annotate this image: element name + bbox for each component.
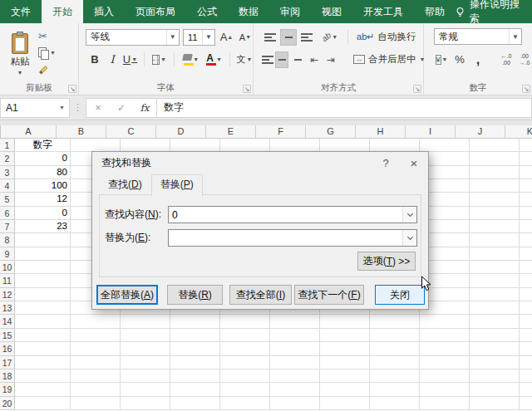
increase-indent-button[interactable]: ⇥: [323, 51, 338, 68]
copy-button[interactable]: ▼: [38, 46, 56, 59]
insert-function-button[interactable]: fx: [133, 102, 156, 114]
cell-D19[interactable]: [170, 383, 220, 396]
cell-F16[interactable]: [270, 342, 320, 355]
row-header-17[interactable]: 17: [0, 356, 15, 369]
cell-G1[interactable]: [320, 139, 370, 152]
align-middle-button[interactable]: [280, 29, 297, 46]
cell-G19[interactable]: [320, 383, 370, 396]
menu-tab-6[interactable]: 审阅: [269, 0, 311, 23]
row-header-5[interactable]: 5: [0, 193, 15, 206]
menu-tab-9[interactable]: 帮助: [414, 0, 456, 23]
find-what-input[interactable]: 0: [168, 206, 417, 223]
column-header-H[interactable]: H: [356, 125, 406, 139]
cell-H15[interactable]: [370, 329, 420, 342]
cell-D16[interactable]: [170, 342, 220, 355]
cell-A14[interactable]: [15, 315, 71, 328]
increase-font-size-button[interactable]: A▲: [219, 28, 234, 46]
cell-A11[interactable]: [15, 274, 71, 287]
cell-B14[interactable]: [71, 315, 121, 328]
replace-with-input[interactable]: [168, 229, 417, 247]
row-header-20[interactable]: 20: [0, 397, 15, 410]
dialog-help-button[interactable]: ?: [372, 152, 400, 174]
orientation-button[interactable]: ab▼: [320, 28, 339, 46]
cancel-button[interactable]: ×: [86, 102, 110, 114]
column-header-B[interactable]: B: [57, 125, 106, 139]
cell-A8[interactable]: [15, 233, 71, 247]
fill-color-button[interactable]: ▼: [180, 51, 201, 68]
cell-H1[interactable]: [370, 139, 420, 152]
cell-A20[interactable]: [15, 397, 71, 410]
cell-J10[interactable]: [470, 261, 520, 274]
cell-A6[interactable]: 0: [15, 207, 71, 220]
paste-button[interactable]: 粘贴 ▼: [5, 27, 35, 81]
cell-A10[interactable]: [15, 261, 71, 274]
cell-K14[interactable]: [520, 315, 532, 328]
row-header-11[interactable]: 11: [0, 274, 15, 287]
cell-B17[interactable]: [71, 356, 121, 369]
cell-A15[interactable]: [15, 329, 71, 342]
column-header-C[interactable]: C: [106, 125, 156, 139]
column-header-G[interactable]: G: [306, 125, 356, 139]
cell-K5[interactable]: [520, 193, 532, 206]
replace-all-button[interactable]: 全部替换(A): [96, 285, 158, 305]
cell-E20[interactable]: [220, 397, 270, 410]
cell-J13[interactable]: [470, 301, 520, 315]
name-box[interactable]: A1 ▼: [0, 98, 70, 118]
underline-button[interactable]: U▼: [122, 51, 138, 68]
wrap-text-button[interactable]: ab↵ 自动换行: [353, 28, 419, 46]
row-header-15[interactable]: 15: [0, 329, 15, 342]
cell-C18[interactable]: [121, 369, 170, 383]
cell-G18[interactable]: [320, 369, 370, 383]
find-what-dropdown-icon[interactable]: [402, 207, 416, 223]
row-header-1[interactable]: 1: [0, 139, 15, 152]
column-header-E[interactable]: E: [206, 125, 256, 139]
column-header-A[interactable]: A: [1, 125, 57, 139]
cell-H16[interactable]: [370, 342, 420, 355]
cell-J9[interactable]: [470, 247, 520, 261]
font-color-button[interactable]: A ▼: [203, 51, 224, 68]
cell-J3[interactable]: [470, 166, 520, 179]
merge-center-button[interactable]: ↔ 合并后居中 ▼: [350, 51, 428, 68]
cell-D14[interactable]: [170, 315, 220, 328]
cell-K4[interactable]: [520, 179, 532, 193]
cell-B19[interactable]: [71, 383, 121, 396]
cell-G17[interactable]: [320, 356, 370, 369]
font-name-select[interactable]: 等线 ▼: [86, 29, 180, 46]
cell-I17[interactable]: [420, 356, 470, 369]
cell-J16[interactable]: [470, 342, 520, 355]
row-header-9[interactable]: 9: [0, 247, 15, 261]
row-header-12[interactable]: 12: [0, 288, 15, 301]
cell-K8[interactable]: [520, 233, 532, 247]
cell-K10[interactable]: [520, 261, 532, 274]
cell-A1[interactable]: 数字: [15, 139, 71, 152]
formula-input[interactable]: 数字: [157, 98, 532, 118]
cell-C19[interactable]: [121, 383, 170, 396]
phonetic-guide-button[interactable]: 文▼: [236, 51, 253, 68]
row-header-4[interactable]: 4: [0, 179, 15, 193]
cell-K7[interactable]: [520, 220, 532, 233]
cell-A9[interactable]: [15, 247, 71, 261]
cell-G20[interactable]: [320, 397, 370, 410]
cell-J14[interactable]: [470, 315, 520, 328]
row-header-8[interactable]: 8: [0, 233, 15, 247]
column-header-J[interactable]: J: [456, 125, 505, 139]
decrease-indent-button[interactable]: ⇤: [307, 51, 322, 68]
menu-tab-7[interactable]: 视图: [311, 0, 352, 23]
close-dialog-button[interactable]: 关闭: [375, 285, 425, 305]
cell-A5[interactable]: 12: [15, 193, 71, 206]
cell-D18[interactable]: [170, 369, 220, 383]
font-size-select[interactable]: 11 ▼: [183, 29, 215, 46]
find-next-button[interactable]: 查找下一个(F): [294, 285, 364, 305]
cell-C14[interactable]: [121, 315, 170, 328]
cell-K6[interactable]: [520, 207, 532, 220]
row-header-14[interactable]: 14: [0, 315, 15, 328]
cell-K11[interactable]: [520, 274, 532, 287]
cell-I14[interactable]: [420, 315, 470, 328]
cell-E18[interactable]: [220, 369, 270, 383]
cell-J19[interactable]: [470, 383, 520, 396]
cut-button[interactable]: ✂: [38, 29, 56, 42]
column-header-D[interactable]: D: [156, 125, 206, 139]
cell-K2[interactable]: [520, 152, 532, 165]
cell-E15[interactable]: [220, 329, 270, 342]
cell-D17[interactable]: [170, 356, 220, 369]
